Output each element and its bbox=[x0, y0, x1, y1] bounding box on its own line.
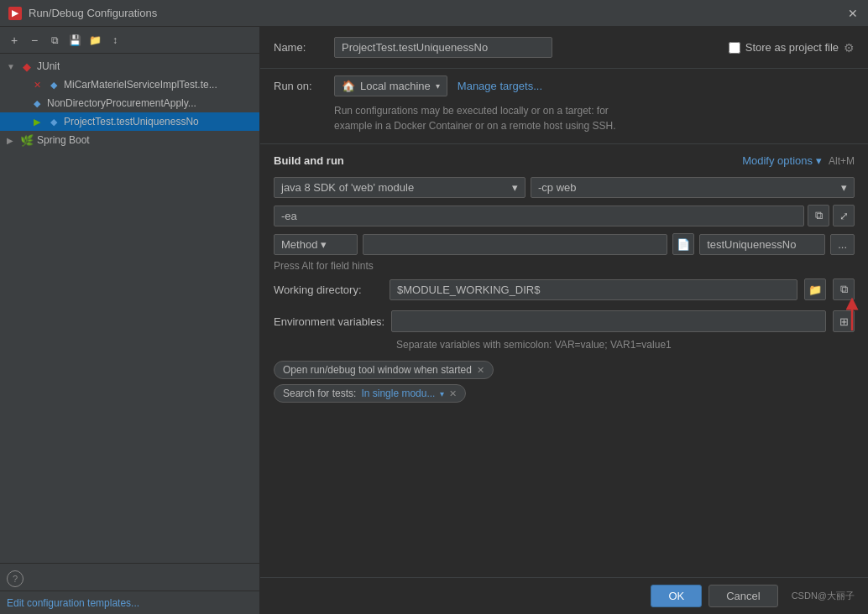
run-on-row: Run on: 🏠 Local machine ▾ Manage targets… bbox=[260, 69, 868, 103]
tag-close-button[interactable]: ✕ bbox=[449, 388, 457, 399]
diamond-run-icon: ◆ bbox=[47, 115, 60, 128]
run-on-dropdown[interactable]: 🏠 Local machine ▾ bbox=[334, 75, 447, 96]
title-bar: ▶ Run/Debug Configurations ✕ bbox=[0, 0, 868, 27]
build-run-header: Build and run Modify options ▾ Alt+M bbox=[260, 148, 868, 174]
vm-copy-icon[interactable]: ⧉ bbox=[808, 205, 829, 226]
ok-button[interactable]: OK bbox=[651, 585, 702, 607]
tree-item-label: Spring Boot bbox=[37, 134, 90, 146]
springboot-icon: 🌿 bbox=[20, 133, 34, 147]
tree-item-springboot[interactable]: ▶ 🌿 Spring Boot bbox=[0, 131, 259, 149]
help-button[interactable]: ? bbox=[7, 570, 24, 587]
store-project-label: Store as project file bbox=[745, 41, 839, 54]
chevron-down-icon: ▾ bbox=[841, 181, 847, 194]
edit-templates-link[interactable]: Edit configuration templates... bbox=[7, 597, 139, 609]
tag-label: Search for tests: bbox=[283, 388, 356, 399]
env-row: Environment variables: ⊞ bbox=[260, 305, 868, 337]
modify-options-label: Modify options bbox=[742, 154, 813, 167]
search-tests-value[interactable]: In single modu... bbox=[361, 388, 435, 399]
tags-row: Open run/debug tool window when started … bbox=[260, 356, 868, 408]
manage-targets-link[interactable]: Manage targets... bbox=[458, 80, 542, 92]
tree-item-nondirectory[interactable]: ◆ NonDirectoryProcurementApply... bbox=[0, 94, 259, 112]
env-input[interactable] bbox=[391, 310, 826, 332]
name-input[interactable] bbox=[334, 37, 552, 58]
chevron-down-icon: ▾ bbox=[436, 81, 440, 91]
build-run-title: Build and run bbox=[274, 154, 344, 167]
tree-item-label: JUnit bbox=[37, 60, 60, 72]
vm-options-row: ⧉ ⤢ bbox=[260, 201, 868, 230]
save-config-button[interactable]: 💾 bbox=[65, 31, 84, 49]
left-panel: + − ⧉ 💾 📁 ↕ ▼ ◆ JUnit ✕ ◆ MiCarMaterielS… bbox=[0, 27, 260, 614]
cancel-button[interactable]: Cancel bbox=[709, 585, 777, 607]
toolbar: + − ⧉ 💾 📁 ↕ bbox=[0, 27, 259, 54]
cp-dropdown[interactable]: -cp web ▾ bbox=[531, 177, 855, 198]
arrow-indicator bbox=[839, 297, 865, 339]
tree-item-projecttest[interactable]: ▶ ◆ ProjectTest.testUniquenessNo bbox=[0, 112, 259, 131]
chevron-down-icon: ▾ bbox=[512, 181, 518, 194]
home-icon: 🏠 bbox=[342, 80, 355, 92]
config-tree: ▼ ◆ JUnit ✕ ◆ MiCarMaterielServiceImplTe… bbox=[0, 54, 259, 563]
diamond-icon: ◆ bbox=[47, 78, 60, 91]
cp-value: -cp web bbox=[538, 181, 577, 194]
sort-config-button[interactable]: ↕ bbox=[106, 31, 124, 49]
working-dir-row: Working directory: 📁 ⧉ bbox=[260, 273, 868, 305]
close-button[interactable]: ✕ bbox=[846, 7, 860, 20]
chevron-right-icon: ▶ bbox=[7, 136, 17, 145]
app-icon: ▶ bbox=[8, 7, 22, 20]
working-dir-browse-icon[interactable]: 📁 bbox=[804, 278, 826, 300]
chevron-down-icon: ▼ bbox=[7, 62, 17, 71]
store-project-area: Store as project file ⚙ bbox=[729, 41, 855, 55]
name-label: Name: bbox=[274, 41, 324, 54]
chevron-down-icon[interactable]: ▾ bbox=[440, 389, 444, 398]
method-name-input[interactable] bbox=[699, 234, 825, 255]
tree-item-junit[interactable]: ▼ ◆ JUnit bbox=[0, 57, 259, 75]
chevron-down-icon: ▾ bbox=[321, 238, 327, 251]
copy-config-button[interactable]: ⧉ bbox=[45, 31, 64, 49]
run-on-description: Run configurations may be executed local… bbox=[260, 103, 868, 140]
right-panel: Name: Store as project file ⚙ Run on: 🏠 … bbox=[260, 27, 868, 614]
add-config-button[interactable]: + bbox=[5, 31, 24, 49]
left-footer: Edit configuration templates... bbox=[0, 591, 259, 614]
tag-label: Open run/debug tool window when started bbox=[283, 364, 472, 376]
run-icon: ▶ bbox=[30, 115, 44, 128]
error-icon: ✕ bbox=[30, 78, 44, 91]
working-dir-label: Working directory: bbox=[274, 284, 383, 296]
sdk-dropdown[interactable]: java 8 SDK of 'web' module ▾ bbox=[274, 177, 526, 198]
run-tool-window-tag: Open run/debug tool window when started … bbox=[274, 361, 494, 379]
local-machine-label: Local machine bbox=[360, 80, 431, 92]
remove-config-button[interactable]: − bbox=[25, 31, 44, 49]
gear-icon[interactable]: ⚙ bbox=[844, 41, 855, 55]
tree-item-label: NonDirectoryProcurementApply... bbox=[47, 97, 196, 109]
vm-expand-icon[interactable]: ⤢ bbox=[833, 205, 855, 226]
bottom-bar: OK Cancel CSDN@大丽子 bbox=[260, 577, 868, 614]
sdk-cp-row: java 8 SDK of 'web' module ▾ -cp web ▾ bbox=[260, 174, 868, 201]
env-hint: Separate variables with semicolon: VAR=v… bbox=[260, 337, 868, 356]
sdk-value: java 8 SDK of 'web' module bbox=[281, 181, 414, 194]
tree-item-label: ProjectTest.testUniquenessNo bbox=[64, 116, 199, 127]
chevron-down-icon: ▾ bbox=[816, 154, 822, 167]
press-alt-hint: Press Alt for field hints bbox=[260, 258, 868, 273]
name-row: Name: Store as project file ⚙ bbox=[260, 27, 868, 69]
tree-item-label: MiCarMaterielServiceImplTest.te... bbox=[64, 79, 217, 91]
diamond-small-icon: ◆ bbox=[30, 96, 44, 110]
dialog-title: Run/Debug Configurations bbox=[29, 7, 157, 19]
env-label: Environment variables: bbox=[274, 315, 384, 328]
run-on-label: Run on: bbox=[274, 80, 324, 92]
working-dir-input[interactable] bbox=[390, 279, 797, 300]
method-browse-button[interactable]: ... bbox=[830, 234, 855, 255]
move-config-button[interactable]: 📁 bbox=[86, 31, 104, 49]
tag-close-button[interactable]: ✕ bbox=[477, 365, 484, 376]
env-container: Environment variables: ⊞ bbox=[260, 305, 868, 337]
vm-options-input[interactable] bbox=[274, 206, 804, 226]
modify-options-button[interactable]: Modify options ▾ bbox=[742, 154, 822, 167]
store-as-project-checkbox[interactable] bbox=[729, 42, 740, 54]
class-browse-icon[interactable]: 📄 bbox=[672, 233, 694, 255]
method-row: Method ▾ 📄 ... bbox=[260, 230, 868, 258]
shortcut-hint: Alt+M bbox=[829, 155, 855, 167]
method-label: Method bbox=[281, 238, 317, 251]
method-dropdown[interactable]: Method ▾ bbox=[274, 234, 358, 255]
class-input[interactable] bbox=[363, 234, 667, 255]
tree-item-micar[interactable]: ✕ ◆ MiCarMaterielServiceImplTest.te... bbox=[0, 75, 259, 94]
junit-group-icon: ◆ bbox=[20, 60, 34, 73]
csdn-label: CSDN@大丽子 bbox=[792, 590, 855, 602]
search-tests-tag: Search for tests: In single modu... ▾ ✕ bbox=[274, 384, 466, 403]
